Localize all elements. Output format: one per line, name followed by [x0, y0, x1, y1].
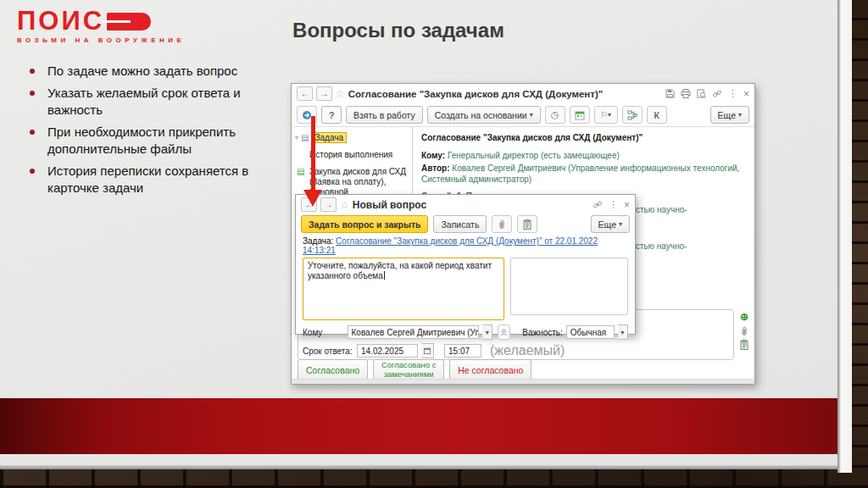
bullet-icon	[107, 13, 151, 30]
slide-bottom-edge	[0, 465, 837, 469]
list-item: Указать желаемый срок ответа и важность	[22, 85, 258, 119]
task-window-titlebar: ← → ☆ Согласование "Закупка дисков для С…	[292, 84, 754, 103]
chevron-down-icon: ▾	[608, 111, 611, 119]
attach-file-icon[interactable]	[492, 215, 512, 233]
to-label: Кому	[303, 328, 344, 337]
bullet-list: По задаче можно задать вопрос Указать же…	[22, 63, 258, 202]
chevron-down-icon: ▾	[738, 111, 742, 119]
not-agreed-button[interactable]: Не согласовано	[449, 359, 531, 380]
deadline-date-field[interactable]: 14.02.2025	[357, 344, 418, 358]
approve-buttons: Согласовано Согласовано с замечаниями Не…	[298, 359, 531, 380]
get-link-icon[interactable]	[593, 200, 603, 209]
bullet-dot-icon	[30, 130, 35, 135]
preview-icon[interactable]	[697, 89, 706, 98]
forward-button[interactable]: →	[316, 86, 332, 101]
red-band	[0, 398, 837, 454]
red-arrow-head-icon	[303, 190, 322, 207]
list-item: По задаче можно задать вопрос	[22, 63, 258, 80]
dialog-toolbar: Задать вопрос и закрыть Записать Еще▾	[296, 213, 635, 236]
close-icon[interactable]: ×	[743, 88, 749, 100]
author-link[interactable]: Ковалев Сергей Дмитриевич (Управление ин…	[421, 164, 739, 184]
to-field[interactable]: Ковалев Сергей Дмитриевич (Управление ин…	[348, 325, 479, 339]
favorite-star-icon[interactable]: ☆	[336, 88, 345, 100]
chevron-down-icon: ▾	[530, 111, 533, 119]
paste-icon[interactable]	[517, 215, 537, 233]
agreed-button[interactable]: Согласовано	[298, 359, 368, 380]
window-title: Согласование "Закупка дисков для СХД (До…	[348, 89, 603, 99]
print-icon[interactable]	[681, 89, 691, 98]
create-based-on-button[interactable]: Создать на основании▾	[427, 106, 541, 124]
save-button[interactable]: Записать	[433, 215, 487, 233]
red-arrow-line	[311, 116, 315, 191]
bullet-dot-icon	[30, 69, 35, 74]
to-dropdown-button[interactable]: ▾	[482, 324, 492, 340]
importance-field[interactable]: Обычная	[566, 325, 615, 339]
agreed-with-comments-button[interactable]: Согласовано с замечаниями	[373, 359, 444, 380]
calendar-picker-icon[interactable]	[421, 343, 434, 358]
slide-right-edge	[837, 0, 852, 473]
add-icon[interactable]: ⊕	[740, 311, 748, 323]
attachment-doc-icon: ▤	[297, 167, 304, 177]
back-button[interactable]: ←	[297, 86, 313, 101]
expander-icon[interactable]: ▿	[295, 134, 298, 141]
poisk-logo: ПОИС ВОЗЬМИ НА ВООРУЖЕНИЕ	[17, 8, 185, 44]
dialog-title: Новый вопрос	[353, 199, 426, 211]
task-label: Задача:	[303, 236, 333, 246]
dialog-titlebar: ← → ☆ Новый вопрос ⋮ ×	[296, 195, 635, 213]
window-footer	[292, 379, 754, 384]
forward-button[interactable]: →	[320, 197, 337, 212]
importance-dropdown-button[interactable]: ▾	[618, 324, 628, 340]
favorite-star-icon[interactable]: ☆	[340, 199, 349, 211]
task-doc-icon: ▤	[301, 133, 309, 142]
tree-item-label[interactable]: Задача	[311, 132, 347, 143]
save-icon[interactable]	[665, 89, 675, 98]
deadline-hint: (желаемый)	[490, 343, 565, 358]
flag-button[interactable]: ⚐▾	[594, 106, 618, 124]
answer-text-area[interactable]	[510, 258, 628, 315]
presentation-slide: ПОИС ВОЗЬМИ НА ВООРУЖЕНИЕ Вопросы по зад…	[0, 0, 868, 488]
close-icon[interactable]: ×	[624, 199, 630, 211]
history-clock-icon[interactable]: ◷	[545, 106, 565, 124]
more-button[interactable]: Еще▾	[710, 106, 749, 124]
logo-text: ПОИС	[17, 8, 104, 34]
list-item: При необходимости прикрепить дополнитель…	[22, 124, 258, 158]
bullet-dot-icon	[30, 169, 35, 174]
to-link[interactable]: Генеральный директор (есть замещающее)	[448, 151, 620, 160]
ask-question-button[interactable]: ?	[321, 106, 342, 124]
task-link[interactable]: Согласование "Закупка дисков для СХД (До…	[303, 236, 598, 255]
process-scheme-icon[interactable]	[622, 106, 643, 124]
chevron-down-icon: ▾	[619, 220, 622, 228]
more-dots-icon[interactable]: ⋮	[609, 199, 618, 210]
more-dots-icon[interactable]: ⋮	[728, 88, 737, 99]
calendar-icon[interactable]	[570, 106, 590, 124]
list-item: История переписки сохраняется в карточке…	[22, 163, 258, 197]
importance-label: Важность:	[522, 328, 563, 337]
ask-and-close-button[interactable]: Задать вопрос и закрыть	[301, 215, 428, 233]
question-text-input[interactable]: Уточните, пожалуйста, на какой период хв…	[303, 258, 504, 320]
paste-icon[interactable]	[740, 340, 749, 350]
attach-file-icon[interactable]	[740, 326, 748, 336]
more-button[interactable]: Еще▾	[591, 215, 630, 233]
get-link-icon[interactable]	[712, 89, 722, 98]
logo-tagline: ВОЗЬМИ НА ВООРУЖЕНИЕ	[17, 36, 185, 44]
deadline-time-field[interactable]: 15:07	[444, 344, 481, 358]
select-person-icon[interactable]	[498, 324, 510, 340]
deadline-label: Срок ответа:	[303, 347, 353, 356]
task-toolbar: ? Взять в работу Создать на основании▾ ◷…	[292, 103, 754, 126]
k-button[interactable]: К	[647, 106, 667, 124]
take-to-work-button[interactable]: Взять в работу	[346, 106, 423, 124]
text-cursor	[384, 271, 385, 280]
page-title: Вопросы по задачам	[229, 19, 568, 42]
bullet-dot-icon	[30, 91, 35, 96]
new-question-dialog: ← → ☆ Новый вопрос ⋮ × Задать вопрос и з…	[295, 194, 636, 335]
details-header: Согласование "Закупка дисков для СХД (До…	[421, 133, 643, 142]
